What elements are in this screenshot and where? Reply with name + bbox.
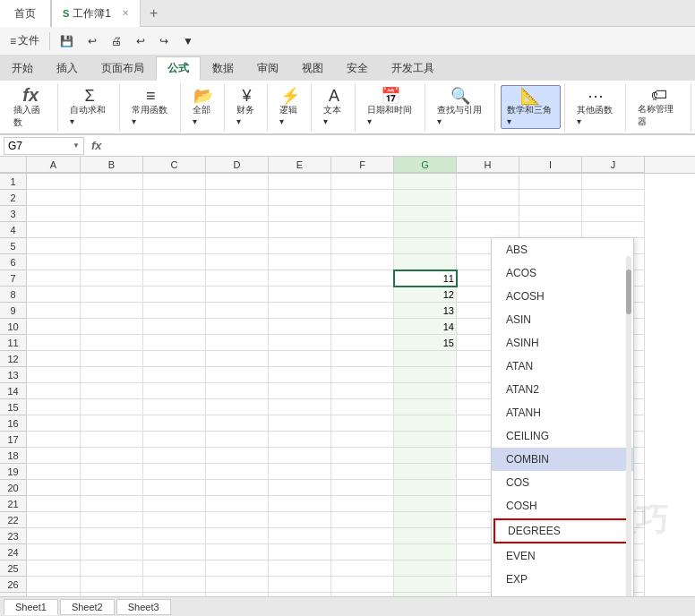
cell-B20[interactable] bbox=[81, 480, 143, 496]
tab-shitu[interactable]: 视图 bbox=[290, 56, 335, 81]
cell-D14[interactable] bbox=[206, 383, 269, 399]
toolbar-redo2[interactable]: ↪ bbox=[153, 32, 175, 50]
col-header-C[interactable]: C bbox=[143, 157, 206, 173]
cell-D3[interactable] bbox=[206, 206, 269, 222]
dropdown-item-degrees[interactable]: DEGREES bbox=[493, 518, 631, 543]
cell-B6[interactable] bbox=[81, 254, 143, 270]
cell-C25[interactable] bbox=[143, 560, 206, 577]
cell-B21[interactable] bbox=[81, 496, 143, 512]
cell-F25[interactable] bbox=[331, 560, 394, 577]
cell-C2[interactable] bbox=[143, 190, 206, 206]
cell-D22[interactable] bbox=[206, 512, 269, 528]
dropdown-item-exp[interactable]: EXP bbox=[492, 568, 633, 591]
cell-D7[interactable] bbox=[206, 270, 269, 287]
toolbar-save[interactable]: 💾 bbox=[54, 32, 80, 50]
cell-B25[interactable] bbox=[81, 560, 143, 577]
cell-E11[interactable] bbox=[269, 335, 331, 351]
btn-name-manager[interactable]: 🏷 名称管理器 bbox=[631, 84, 687, 131]
cell-F12[interactable] bbox=[331, 351, 394, 367]
cell-A9[interactable] bbox=[27, 303, 81, 319]
cell-C27[interactable] bbox=[143, 593, 206, 596]
tab-charu[interactable]: 插入 bbox=[45, 56, 90, 81]
cell-F23[interactable] bbox=[331, 528, 394, 544]
cell-B17[interactable] bbox=[81, 432, 143, 448]
cell-B22[interactable] bbox=[81, 512, 143, 528]
cell-I4[interactable] bbox=[519, 222, 582, 238]
cell-D8[interactable] bbox=[206, 287, 269, 303]
cell-C10[interactable] bbox=[143, 319, 206, 335]
cell-E22[interactable] bbox=[269, 512, 331, 528]
tab-close[interactable]: ✕ bbox=[122, 0, 129, 27]
cell-C22[interactable] bbox=[143, 512, 206, 528]
cell-D25[interactable] bbox=[206, 560, 269, 577]
dropdown-item-ceiling[interactable]: CEILING bbox=[492, 424, 633, 448]
cell-E15[interactable] bbox=[269, 399, 331, 415]
cell-B2[interactable] bbox=[81, 190, 143, 206]
dropdown-item-abs[interactable]: ABS bbox=[492, 238, 633, 261]
cell-E14[interactable] bbox=[269, 383, 331, 399]
tab-shenyue[interactable]: 审阅 bbox=[245, 56, 290, 81]
col-header-B[interactable]: B bbox=[81, 157, 143, 173]
cell-E3[interactable] bbox=[269, 206, 331, 222]
cell-E1[interactable] bbox=[269, 174, 331, 190]
cell-C18[interactable] bbox=[143, 448, 206, 464]
cell-C24[interactable] bbox=[143, 544, 206, 560]
cell-C7[interactable] bbox=[143, 270, 206, 287]
cell-F7[interactable] bbox=[331, 270, 394, 287]
cell-E16[interactable] bbox=[269, 415, 331, 432]
tab-kaifa[interactable]: 开发工具 bbox=[380, 56, 446, 81]
cell-A24[interactable] bbox=[27, 544, 81, 560]
btn-math-trig[interactable]: 📐 数学和三角▾ bbox=[501, 85, 561, 129]
cell-G16[interactable] bbox=[394, 415, 457, 432]
cell-J3[interactable] bbox=[582, 206, 645, 222]
cell-D5[interactable] bbox=[206, 238, 269, 254]
cell-G10[interactable]: 14 bbox=[394, 319, 457, 335]
toolbar-more[interactable]: ▼ bbox=[176, 32, 200, 50]
cell-F10[interactable] bbox=[331, 319, 394, 335]
cell-D16[interactable] bbox=[206, 415, 269, 432]
cell-G5[interactable] bbox=[394, 238, 457, 254]
cell-G23[interactable] bbox=[394, 528, 457, 544]
cell-G6[interactable] bbox=[394, 254, 457, 270]
cell-I3[interactable] bbox=[519, 206, 582, 222]
cell-F16[interactable] bbox=[331, 415, 394, 432]
col-header-G[interactable]: G bbox=[394, 157, 457, 173]
cell-E13[interactable] bbox=[269, 367, 331, 383]
dropdown-item-acosh[interactable]: ACOSH bbox=[492, 285, 633, 308]
col-header-F[interactable]: F bbox=[331, 157, 394, 173]
cell-A21[interactable] bbox=[27, 496, 81, 512]
cell-B23[interactable] bbox=[81, 528, 143, 544]
cell-F11[interactable] bbox=[331, 335, 394, 351]
cell-G22[interactable] bbox=[394, 512, 457, 528]
btn-common-func[interactable]: ≡ 常用函数▾ bbox=[125, 85, 176, 129]
cell-D4[interactable] bbox=[206, 222, 269, 238]
cell-E12[interactable] bbox=[269, 351, 331, 367]
cell-J1[interactable] bbox=[582, 174, 645, 190]
cell-E21[interactable] bbox=[269, 496, 331, 512]
math-func-dropdown[interactable]: ABSACOSACOSHASINASINHATANATAN2ATANHCEILI… bbox=[491, 237, 634, 596]
cell-D27[interactable] bbox=[206, 593, 269, 596]
dropdown-item-asinh[interactable]: ASINH bbox=[492, 331, 633, 355]
btn-logic[interactable]: ⚡ 逻辑▾ bbox=[273, 85, 307, 129]
cell-D15[interactable] bbox=[206, 399, 269, 415]
tab-kaishi[interactable]: 开始 bbox=[0, 56, 45, 81]
cell-E17[interactable] bbox=[269, 432, 331, 448]
cell-F21[interactable] bbox=[331, 496, 394, 512]
cell-B27[interactable] bbox=[81, 593, 143, 596]
cell-I1[interactable] bbox=[519, 174, 582, 190]
btn-lookup[interactable]: 🔍 查找与引用▾ bbox=[431, 85, 491, 129]
cell-G3[interactable] bbox=[394, 206, 457, 222]
cell-A6[interactable] bbox=[27, 254, 81, 270]
sheet-tab-2[interactable]: Sheet2 bbox=[60, 599, 115, 615]
cell-G9[interactable]: 13 bbox=[394, 303, 457, 319]
cell-A19[interactable] bbox=[27, 464, 81, 480]
dropdown-item-atan2[interactable]: ATAN2 bbox=[492, 378, 633, 401]
cell-H1[interactable] bbox=[457, 174, 519, 190]
cell-C15[interactable] bbox=[143, 399, 206, 415]
cell-E4[interactable] bbox=[269, 222, 331, 238]
dropdown-item-combin[interactable]: COMBIN bbox=[492, 448, 633, 471]
cell-B18[interactable] bbox=[81, 448, 143, 464]
cell-D17[interactable] bbox=[206, 432, 269, 448]
col-header-H[interactable]: H bbox=[457, 157, 519, 173]
cell-C13[interactable] bbox=[143, 367, 206, 383]
